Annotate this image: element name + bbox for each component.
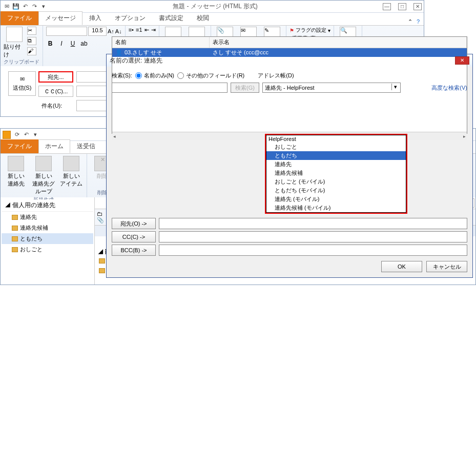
list-row-selected[interactable]: 👤03.さしす せそ さし すせそ (ccc@ccc bbox=[112, 48, 467, 57]
search-label: 検索(S): bbox=[112, 72, 132, 79]
to-recip-button[interactable]: 宛先(O) -> bbox=[112, 218, 156, 229]
quick-access-toolbar: ✉ 💾 ↶ ↷ ▾ bbox=[3, 3, 48, 11]
undo-icon[interactable]: ↶ bbox=[21, 3, 29, 11]
dd-item[interactable]: ともだち (モバイル) bbox=[266, 186, 406, 195]
numbering-icon[interactable]: ≡1 bbox=[136, 27, 142, 33]
cc-button[interactable]: ＣＣ(C)... bbox=[38, 86, 73, 97]
tab-insert[interactable]: 挿入 bbox=[82, 11, 108, 25]
redo-icon[interactable]: ↷ bbox=[30, 3, 38, 11]
to-recip-field[interactable] bbox=[159, 218, 467, 229]
undo-icon[interactable]: ↶ bbox=[22, 131, 30, 139]
copy-icon[interactable]: ⧉ bbox=[27, 37, 36, 45]
cc-recip-button[interactable]: CC(C) -> bbox=[112, 231, 156, 242]
font-size-select[interactable]: 10.5 bbox=[88, 27, 107, 36]
col-name[interactable]: 名前 bbox=[112, 37, 210, 48]
ribbon-right-controls: ⌃ ? bbox=[408, 18, 424, 25]
format-painter-icon[interactable]: 🖌 bbox=[27, 47, 36, 55]
ok-button[interactable]: OK bbox=[381, 261, 422, 272]
app-icon: ✉ bbox=[3, 3, 11, 11]
nav-item[interactable]: おしごと bbox=[2, 244, 93, 255]
tab-sendrecv[interactable]: 送受信 bbox=[70, 139, 102, 153]
paste-icon bbox=[6, 27, 23, 42]
addressbook-select[interactable]: 連絡先 - HelpForest bbox=[262, 83, 401, 93]
paste-button[interactable]: 貼り付け bbox=[4, 27, 25, 58]
outlook-logo-icon bbox=[3, 131, 11, 139]
tab-home[interactable]: ホーム bbox=[38, 139, 70, 153]
help-icon[interactable]: ? bbox=[417, 18, 420, 25]
dd-item[interactable]: 連絡先候補 (モバイル) bbox=[266, 204, 406, 212]
message-window: ✉ 💾 ↶ ↷ ▾ 無題 - メッセージ (HTML 形式) — □ ✕ ファイ… bbox=[0, 0, 424, 117]
bold-button[interactable]: B bbox=[46, 40, 54, 47]
minimize-button[interactable]: — bbox=[383, 3, 391, 10]
new-contact-icon bbox=[8, 156, 24, 171]
maximize-button[interactable]: □ bbox=[398, 3, 406, 10]
cut-icon[interactable]: ✂ bbox=[27, 27, 36, 35]
underline-button[interactable]: U bbox=[69, 40, 77, 47]
send-button[interactable]: ✉ 送信(S) bbox=[8, 71, 36, 96]
advanced-search-link[interactable]: 高度な検索(V) bbox=[431, 84, 467, 92]
tab-message[interactable]: メッセージ bbox=[38, 11, 82, 25]
tab-format[interactable]: 書式設定 bbox=[152, 11, 190, 25]
addressbook-dropdown-list: HelpForest おしごとともだち連絡先連絡先候補おしごと (モバイル)とも… bbox=[266, 135, 406, 213]
window-buttons: — □ ✕ bbox=[383, 3, 422, 10]
font-name-select[interactable] bbox=[46, 27, 87, 36]
nav-header[interactable]: ◢ 個人用の連絡先 bbox=[2, 199, 93, 212]
new-group-icon bbox=[35, 156, 52, 171]
grow-font-icon[interactable]: A↑ bbox=[108, 28, 114, 34]
dd-item[interactable]: 連絡先 (モバイル) bbox=[266, 195, 406, 204]
new-contact-button[interactable]: 新しい 連絡先 bbox=[3, 155, 29, 189]
search-input[interactable] bbox=[112, 83, 227, 93]
dd-item[interactable]: ともだち bbox=[266, 151, 406, 160]
dd-item-header[interactable]: HelpForest bbox=[266, 135, 406, 143]
search-button[interactable]: 検索(G) bbox=[231, 83, 259, 93]
radio-name-only[interactable]: 名前のみ(N) bbox=[135, 72, 174, 79]
radio-other-fields[interactable]: その他のフィールド(R) bbox=[177, 72, 244, 79]
tab-review[interactable]: 校閲 bbox=[190, 11, 216, 25]
nav-item[interactable]: 連絡先候補 bbox=[2, 222, 93, 233]
folder-icon bbox=[12, 226, 18, 231]
new-items-button[interactable]: 新しい アイテム bbox=[58, 155, 85, 189]
cancel-button[interactable]: キャンセル bbox=[426, 261, 467, 272]
subject-label: 件名(U): bbox=[38, 102, 73, 110]
save-icon[interactable]: 💾 bbox=[12, 3, 20, 11]
nav-item[interactable]: 連絡先 bbox=[2, 212, 93, 222]
ribbon-group-new: 新しい 連絡先 新しい 連絡先グループ 新しい アイテム 新規作成 bbox=[1, 154, 87, 197]
new-items-icon bbox=[63, 156, 79, 171]
dd-item[interactable]: おしごと bbox=[266, 143, 406, 151]
tab-file[interactable]: ファイル bbox=[1, 11, 38, 25]
ribbon-group-clipboard: 貼り付け ✂ ⧉ 🖌 クリップボード bbox=[1, 26, 43, 66]
ribbon-minimize-icon[interactable]: ⌃ bbox=[408, 18, 412, 25]
highlight-icon[interactable]: ab bbox=[80, 40, 88, 47]
to-button[interactable]: 宛先... bbox=[38, 71, 73, 83]
dialog-title: 名前の選択: 連絡先 bbox=[110, 56, 455, 65]
dd-item[interactable]: おしごと (モバイル) bbox=[266, 177, 406, 186]
dd-item[interactable]: 連絡先候補 bbox=[266, 169, 406, 177]
qat-menu-icon[interactable]: ▾ bbox=[39, 3, 48, 11]
new-group-button[interactable]: 新しい 連絡先グループ bbox=[30, 155, 57, 196]
folder-icon bbox=[12, 215, 18, 220]
bcc-recip-button[interactable]: BCC(B) -> bbox=[112, 245, 156, 256]
radio-name-label: 名前のみ(N) bbox=[144, 72, 174, 79]
outdent-icon[interactable]: ⇤ bbox=[144, 27, 149, 33]
italic-button[interactable]: I bbox=[57, 40, 66, 47]
contact-icon bbox=[99, 258, 105, 264]
bullets-icon[interactable]: ≡• bbox=[129, 27, 134, 33]
ribbon-tabs: ファイル メッセージ 挿入 オプション 書式設定 校閲 ⌃ ? bbox=[1, 13, 424, 25]
qat-menu-icon[interactable]: ▾ bbox=[31, 131, 39, 139]
dialog-close-button[interactable]: ✕ bbox=[455, 56, 469, 65]
cell-name: 👤03.さしす せそ bbox=[115, 49, 213, 56]
folder-icon bbox=[12, 236, 18, 241]
cc-recip-field[interactable] bbox=[159, 231, 467, 242]
indent-icon[interactable]: ⇥ bbox=[151, 27, 156, 33]
col-display[interactable]: 表示名 bbox=[210, 37, 467, 48]
sendreceive-icon[interactable]: ⟳ bbox=[13, 131, 21, 139]
select-names-dialog: 名前の選択: 連絡先 ✕ 検索(S): 名前のみ(N) その他のフィールド(R)… bbox=[106, 54, 473, 278]
bcc-recip-field[interactable] bbox=[159, 245, 467, 256]
tab-option[interactable]: オプション bbox=[108, 11, 152, 25]
tab-file2[interactable]: ファイル bbox=[1, 139, 38, 153]
dd-item[interactable]: 連絡先 bbox=[266, 160, 406, 169]
flag-button[interactable]: ⚑フラグの設定▾ bbox=[289, 27, 330, 34]
close-button[interactable]: ✕ bbox=[413, 3, 422, 10]
nav-item[interactable]: ともだち bbox=[2, 233, 93, 244]
shrink-font-icon[interactable]: A↓ bbox=[115, 28, 122, 34]
